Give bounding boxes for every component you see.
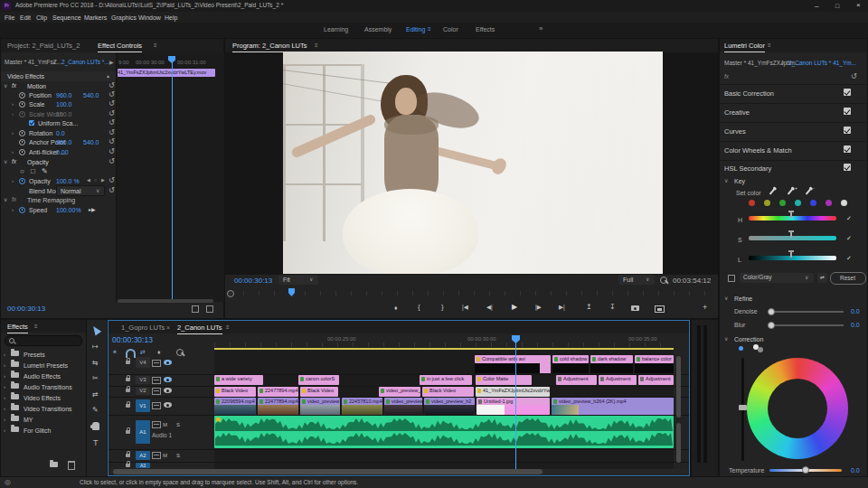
timeline-clip[interactable]: video_preview_h: [379, 387, 420, 397]
reset-icon[interactable]: ↺: [108, 148, 115, 155]
creative-checkbox[interactable]: [844, 108, 851, 115]
add-marker-button[interactable]: ♦: [394, 305, 398, 311]
track-v4-button[interactable]: V4: [136, 357, 150, 368]
key-chevron-icon[interactable]: ∨: [724, 178, 728, 183]
go-to-out-button[interactable]: ▶|: [559, 305, 565, 311]
pen-mask-icon[interactable]: ✎: [42, 168, 48, 175]
blur-slider[interactable]: [769, 324, 844, 326]
reset-icon[interactable]: ↺: [108, 119, 115, 127]
tree-expand-icon[interactable]: ›: [4, 352, 5, 357]
correction-slider-handle[interactable]: [739, 405, 747, 410]
settings-wrench-icon[interactable]: [660, 277, 667, 284]
tree-expand-icon[interactable]: ›: [4, 373, 5, 379]
tree-expand-icon[interactable]: ›: [4, 395, 5, 400]
key-swatch-red[interactable]: [749, 200, 755, 206]
hsl-secondary-checkbox[interactable]: [844, 164, 851, 171]
sync-lock-icon[interactable]: [152, 377, 161, 384]
lock-icon[interactable]: [126, 361, 130, 364]
mark-in-button[interactable]: {: [418, 304, 420, 311]
hand-tool[interactable]: [92, 422, 99, 430]
chevron-down-icon[interactable]: ∨: [780, 61, 784, 66]
timeline-clip[interactable]: canon colorS: [298, 375, 339, 385]
new-folder-icon[interactable]: [50, 462, 58, 467]
workspace-overflow-icon[interactable]: »: [539, 25, 542, 33]
step-forward-button[interactable]: |▶: [535, 305, 542, 311]
mark-out-button[interactable]: }: [441, 304, 444, 311]
timeline-clip[interactable]: video_preview: [300, 398, 340, 415]
ec-anchor-x-value[interactable]: 960.0: [56, 139, 72, 145]
audio-vertical-scrollbar[interactable]: [676, 423, 681, 463]
temperature-slider-handle[interactable]: [802, 466, 809, 474]
refine-chevron-icon[interactable]: ∨: [724, 296, 728, 301]
effects-item-video-effects[interactable]: Video Effects: [24, 395, 61, 401]
effects-item-audio-transitions[interactable]: Audio Transitions: [24, 384, 72, 390]
lock-icon[interactable]: [126, 454, 130, 457]
denoise-slider[interactable]: [769, 311, 844, 313]
menu-window[interactable]: Window: [138, 14, 161, 21]
track-a2-solo-button[interactable]: S: [176, 453, 180, 458]
keyframe-add-icon[interactable]: ○: [94, 178, 97, 183]
stopwatch-icon[interactable]: [19, 92, 25, 99]
saturation-slider[interactable]: [749, 236, 836, 240]
effects-item-lumetri-presets[interactable]: Lumetri Presets: [24, 362, 68, 369]
lock-icon[interactable]: [126, 430, 130, 434]
close-button[interactable]: ×: [856, 2, 861, 9]
ec-playhead-line[interactable]: [172, 56, 173, 300]
slip-tool[interactable]: ⇄: [92, 391, 99, 399]
ec-antiflicker-expand-icon[interactable]: ›: [12, 149, 14, 155]
ec-scale-value[interactable]: 100.0: [56, 101, 72, 108]
luma-slider-handle[interactable]: [790, 250, 792, 258]
lumetri-section-hsl-secondary[interactable]: HSL Secondary: [724, 165, 771, 173]
ec-clip-bar[interactable]: 41_YmFsZXJpbmUtc2xvdzYwLTEy.mov: [118, 69, 215, 77]
track-v2-eye-icon[interactable]: [164, 388, 172, 393]
timeline-clip[interactable]: Untitled-1.jpg: [476, 398, 550, 415]
ec-collapse-icon[interactable]: ▴: [107, 73, 109, 79]
track-a3-button[interactable]: A3: [136, 463, 150, 468]
ellipse-mask-icon[interactable]: ○: [20, 168, 24, 175]
effects-item-my[interactable]: MY: [24, 417, 33, 423]
denoise-value[interactable]: 0.0: [851, 308, 860, 314]
lift-button[interactable]: ↥: [586, 304, 592, 311]
ec-speed-expand-icon[interactable]: ›: [12, 207, 14, 212]
program-panel-menu-icon[interactable]: ≡: [315, 42, 318, 48]
temperature-value[interactable]: 0.0: [851, 467, 860, 474]
timeline-clip[interactable]: Compatible with avi: [475, 355, 551, 363]
workspace-tab-editing[interactable]: Editing: [406, 26, 425, 33]
correction-chevron-icon[interactable]: ∨: [724, 336, 728, 342]
lumetri-reset-icon[interactable]: ↺: [851, 73, 857, 80]
menu-sequence[interactable]: Sequence: [52, 14, 81, 21]
pen-tool[interactable]: ✎: [92, 407, 99, 414]
track-a2-button[interactable]: A2: [136, 451, 150, 460]
type-tool[interactable]: T: [93, 439, 99, 447]
keyframe-prev-icon[interactable]: ◀: [87, 178, 90, 183]
ec-speed-value[interactable]: 100.00%: [56, 207, 81, 213]
nest-toggle-icon[interactable]: ✶: [112, 349, 118, 355]
speed-keyframe-icons[interactable]: ▸▶: [89, 207, 96, 212]
step-back-button[interactable]: ◀|: [486, 305, 493, 311]
blur-value[interactable]: 0.0: [851, 322, 860, 328]
denoise-slider-handle[interactable]: [768, 308, 775, 315]
stopwatch-icon[interactable]: [19, 139, 25, 145]
reset-icon[interactable]: ↺: [108, 110, 115, 117]
reset-icon[interactable]: ↺: [108, 187, 115, 194]
timeline-clip[interactable]: cold shadow: [552, 355, 589, 363]
timeline-clip[interactable]: Black Video: [300, 387, 338, 397]
reset-icon[interactable]: ↺: [108, 158, 115, 165]
key-swatch-magenta[interactable]: [826, 200, 832, 206]
basic-correction-checkbox[interactable]: [844, 89, 851, 96]
track-select-tool[interactable]: ↦: [92, 343, 99, 351]
reset-icon[interactable]: ↺: [108, 82, 115, 89]
timeline-clip[interactable]: Black Video: [422, 387, 474, 397]
ec-timeline-toggle-icon[interactable]: ▶: [109, 60, 114, 65]
workspace-editing-menu-icon[interactable]: ≡: [428, 26, 431, 32]
stopwatch-icon[interactable]: [19, 130, 25, 136]
luma-slider[interactable]: [749, 256, 836, 260]
ec-opacity-expand-icon[interactable]: ›: [12, 178, 14, 183]
ec-master-chevron-icon[interactable]: ∨: [52, 60, 56, 65]
playback-resolution-dropdown[interactable]: Full ∨: [618, 275, 655, 285]
timeline-clip[interactable]: video_preview_h2: [424, 398, 475, 415]
timeline-hscroll-thumb[interactable]: [113, 469, 542, 474]
ec-timecode[interactable]: 00:00:30:13: [7, 305, 45, 313]
timeline-clip[interactable]: video_preview_h264 (2K).mp4: [552, 398, 674, 415]
ec-horizontal-scrollbar[interactable]: [118, 299, 213, 303]
